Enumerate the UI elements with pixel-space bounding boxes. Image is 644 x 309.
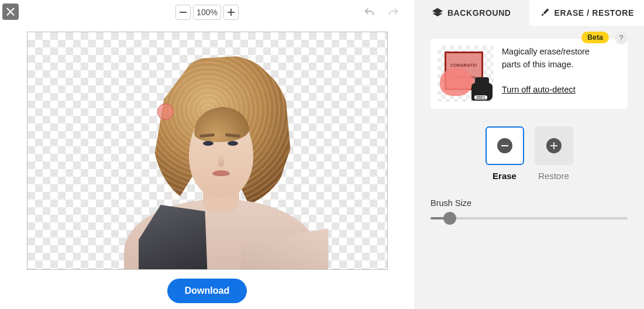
beta-badge: Beta bbox=[581, 32, 609, 43]
turn-off-auto-detect-link[interactable]: Turn off auto-detect bbox=[502, 85, 576, 94]
redo-button[interactable] bbox=[385, 5, 401, 21]
zoom-level-display[interactable]: 100% bbox=[193, 5, 221, 20]
redo-icon bbox=[387, 6, 400, 19]
tool-toggle: Erase Restore bbox=[431, 126, 628, 181]
undo-icon bbox=[363, 6, 376, 19]
brush-size-slider[interactable] bbox=[431, 214, 628, 223]
undo-button[interactable] bbox=[361, 5, 378, 21]
image-canvas[interactable] bbox=[27, 32, 388, 270]
tool-erase-label: Erase bbox=[493, 171, 516, 181]
info-card: Beta ? CONGRATS! CLASS OF 2021 Magically… bbox=[431, 39, 628, 109]
info-line1: Magically erase/restore bbox=[502, 47, 590, 56]
close-icon bbox=[6, 8, 15, 16]
zoom-in-button[interactable] bbox=[223, 5, 239, 20]
minus-circle-icon bbox=[497, 138, 512, 153]
svg-rect-6 bbox=[550, 145, 557, 146]
slider-thumb[interactable] bbox=[443, 212, 456, 225]
svg-rect-2 bbox=[228, 12, 235, 13]
download-button[interactable]: Download bbox=[167, 279, 247, 303]
svg-rect-0 bbox=[180, 12, 187, 13]
brush-icon bbox=[539, 8, 550, 18]
info-text: Magically erase/restore parts of this im… bbox=[502, 46, 590, 102]
svg-marker-3 bbox=[433, 9, 442, 14]
tab-erase-restore[interactable]: ERASE / RESTORE bbox=[529, 0, 645, 26]
zoom-toolbar: 100% bbox=[0, 0, 414, 25]
info-line2: parts of this image. bbox=[502, 60, 574, 69]
plus-circle-icon bbox=[546, 138, 562, 153]
example-thumbnail: CONGRATS! CLASS OF 2021 bbox=[438, 46, 494, 102]
tab-erase-restore-label: ERASE / RESTORE bbox=[555, 8, 634, 18]
layers-icon bbox=[432, 8, 443, 18]
zoom-out-button[interactable] bbox=[175, 5, 191, 20]
tool-restore-label: Restore bbox=[538, 171, 569, 181]
brush-size-section: Brush Size bbox=[431, 198, 628, 223]
tab-background-label: BACKGROUND bbox=[447, 8, 511, 18]
close-button[interactable] bbox=[2, 4, 19, 20]
tool-restore[interactable]: Restore bbox=[535, 126, 573, 181]
brush-cursor bbox=[157, 104, 174, 120]
svg-rect-4 bbox=[501, 145, 508, 146]
help-button[interactable]: ? bbox=[615, 32, 628, 44]
tab-background[interactable]: BACKGROUND bbox=[414, 0, 529, 26]
thumb-title: CONGRATS! bbox=[450, 63, 477, 67]
tool-tabs: BACKGROUND ERASE / RESTORE bbox=[414, 0, 644, 26]
portrait-image bbox=[144, 32, 297, 269]
plus-icon bbox=[228, 9, 235, 16]
minus-icon bbox=[180, 12, 187, 13]
undo-redo-group bbox=[361, 0, 401, 26]
brush-size-label: Brush Size bbox=[431, 198, 628, 208]
slider-track bbox=[431, 217, 628, 219]
tool-erase[interactable]: Erase bbox=[485, 126, 524, 181]
